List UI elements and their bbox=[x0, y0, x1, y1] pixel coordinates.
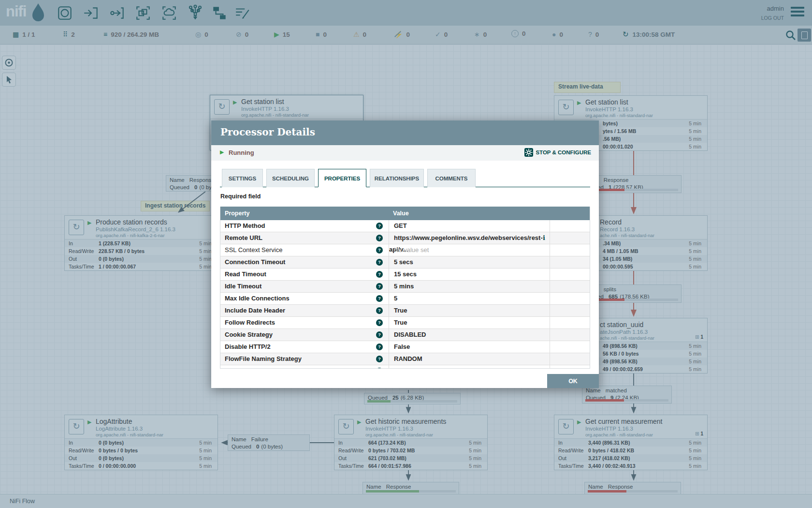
property-name: Max Idle Connections bbox=[225, 295, 290, 302]
tab-scheduling[interactable]: SCHEDULING bbox=[266, 169, 315, 187]
value-column-header: Value bbox=[393, 207, 409, 220]
property-cell: Remote URL? bbox=[220, 232, 389, 244]
property-row[interactable]: Attributes to Send?No value set bbox=[220, 365, 590, 369]
dialog-title: Processor Details bbox=[220, 126, 315, 138]
property-row[interactable]: Connection Timeout?5 secs bbox=[220, 256, 590, 269]
spacer-cell bbox=[550, 256, 590, 268]
property-cell: FlowFile Naming Strategy? bbox=[220, 353, 389, 365]
value-cell[interactable]: True bbox=[389, 305, 550, 316]
property-row[interactable]: Idle Timeout?5 mins bbox=[220, 281, 590, 293]
property-value: RANDOM bbox=[394, 355, 422, 362]
tab-settings[interactable]: SETTINGS bbox=[222, 169, 263, 187]
help-icon[interactable]: ? bbox=[376, 319, 383, 326]
property-value: DISABLED bbox=[394, 331, 426, 338]
help-icon[interactable]: ? bbox=[376, 368, 383, 369]
spacer-cell bbox=[550, 232, 590, 244]
value-cell[interactable]: 5 secs bbox=[389, 256, 550, 268]
help-icon[interactable]: ? bbox=[376, 283, 383, 290]
spacer-cell bbox=[550, 341, 590, 353]
property-value: GET bbox=[394, 222, 407, 229]
value-cell[interactable]: 5 mins bbox=[389, 281, 550, 292]
property-name: Disable HTTP/2 bbox=[225, 343, 271, 350]
help-icon[interactable]: ? bbox=[376, 271, 383, 278]
property-row[interactable]: FlowFile Naming Strategy?RANDOM bbox=[220, 353, 590, 365]
value-cell[interactable]: 15 secs bbox=[389, 269, 550, 280]
properties-table-header: Property Value bbox=[220, 207, 590, 220]
value-cell[interactable]: GET bbox=[389, 220, 550, 232]
property-cell: Disable HTTP/2? bbox=[220, 341, 389, 353]
property-cell: Max Idle Connections? bbox=[220, 293, 389, 304]
property-name: Idle Timeout bbox=[225, 283, 261, 290]
stop-configure-button[interactable]: STOP & CONFIGURE bbox=[524, 148, 591, 157]
required-field-note: Required field bbox=[220, 193, 261, 200]
property-value: True bbox=[394, 307, 407, 314]
property-row[interactable]: Max Idle Connections?5 bbox=[220, 293, 590, 305]
spacer-cell bbox=[550, 269, 590, 280]
property-row[interactable]: Include Date Header?True bbox=[220, 305, 590, 317]
property-cell: Idle Timeout? bbox=[220, 281, 389, 292]
help-icon[interactable]: ? bbox=[376, 356, 383, 362]
spacer-cell bbox=[550, 305, 590, 316]
processor-status-row: ▶ Running STOP & CONFIGURE bbox=[211, 145, 599, 161]
value-cell[interactable]: False bbox=[389, 341, 550, 353]
help-icon[interactable]: ? bbox=[376, 259, 383, 266]
property-name: Cookie Strategy bbox=[225, 331, 273, 338]
help-icon[interactable]: ? bbox=[376, 307, 383, 314]
tab-relationships[interactable]: RELATIONSHIPS bbox=[370, 169, 424, 187]
property-name: Include Date Header bbox=[225, 307, 285, 314]
value-cell[interactable]: True bbox=[389, 317, 550, 329]
dialog-header: Processor Details bbox=[211, 120, 599, 145]
spacer-cell bbox=[550, 365, 590, 369]
spacer-cell bbox=[550, 220, 590, 232]
property-row[interactable]: Follow Redirects?True bbox=[220, 317, 590, 329]
spacer-cell bbox=[550, 293, 590, 304]
property-cell: SSL Context Service? bbox=[220, 244, 389, 256]
property-value: 5 bbox=[394, 295, 397, 302]
value-cell[interactable]: 5 bbox=[389, 293, 550, 304]
property-value: True bbox=[394, 319, 407, 326]
property-name: Follow Redirects bbox=[225, 319, 275, 326]
property-cell: HTTP Method? bbox=[220, 220, 389, 232]
info-icon[interactable]: i bbox=[543, 232, 545, 244]
help-icon[interactable]: ? bbox=[376, 344, 383, 350]
property-cell: Follow Redirects? bbox=[220, 317, 389, 329]
dialog-tab-bar: SETTINGSSCHEDULINGPROPERTIESRELATIONSHIP… bbox=[220, 169, 590, 187]
property-name: Attributes to Send bbox=[225, 367, 275, 369]
property-value: No value set bbox=[394, 246, 429, 254]
property-row[interactable]: Disable HTTP/2?False bbox=[220, 341, 590, 353]
help-icon[interactable]: ? bbox=[376, 223, 383, 229]
property-column-header: Property bbox=[225, 207, 249, 220]
ok-button[interactable]: OK bbox=[547, 374, 599, 388]
spacer-cell bbox=[550, 281, 590, 292]
property-cell: Read Timeout? bbox=[220, 269, 389, 280]
value-cell[interactable]: No value set bbox=[389, 244, 550, 256]
value-cell[interactable]: https://www.pegelonline.wsv.de/webservic… bbox=[389, 232, 550, 244]
help-icon[interactable]: ? bbox=[376, 331, 383, 338]
property-name: HTTP Method bbox=[225, 222, 265, 229]
property-name: SSL Context Service bbox=[225, 246, 282, 254]
value-cell[interactable]: RANDOM bbox=[389, 353, 550, 365]
help-icon[interactable]: ? bbox=[376, 295, 383, 302]
processor-details-dialog: Processor Details ▶ Running STOP & CONFI… bbox=[211, 120, 599, 388]
spacer-cell bbox=[550, 353, 590, 365]
property-value: False bbox=[394, 343, 410, 350]
property-cell: Connection Timeout? bbox=[220, 256, 389, 268]
value-cell[interactable]: No value set bbox=[389, 365, 550, 369]
property-row[interactable]: Cookie Strategy?DISABLED bbox=[220, 329, 590, 341]
value-cell[interactable]: DISABLED bbox=[389, 329, 550, 341]
property-row[interactable]: SSL Context Service?No value set bbox=[220, 244, 590, 256]
property-name: Read Timeout bbox=[225, 270, 266, 278]
property-name: FlowFile Naming Strategy bbox=[225, 355, 302, 362]
spacer-cell bbox=[550, 329, 590, 341]
tab-comments[interactable]: COMMENTS bbox=[427, 169, 476, 187]
help-icon[interactable]: ? bbox=[376, 247, 383, 254]
help-icon[interactable]: ? bbox=[376, 235, 383, 241]
property-row[interactable]: Read Timeout?15 secs bbox=[220, 269, 590, 281]
property-row[interactable]: HTTP Method?GET bbox=[220, 220, 590, 232]
gear-icon bbox=[524, 148, 533, 157]
property-row[interactable]: Remote URL?https://www.pegelonline.wsv.d… bbox=[220, 232, 590, 244]
property-value: 5 mins bbox=[394, 283, 414, 290]
tab-properties[interactable]: PROPERTIES bbox=[318, 169, 366, 187]
spacer-cell bbox=[550, 317, 590, 329]
stop-configure-label: STOP & CONFIGURE bbox=[536, 149, 591, 155]
